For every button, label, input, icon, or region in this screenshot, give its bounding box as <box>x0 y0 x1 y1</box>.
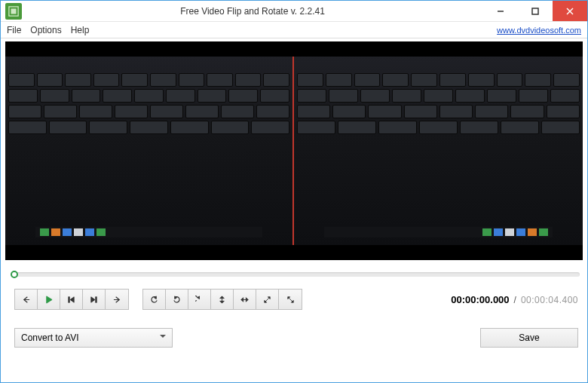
window-controls <box>483 1 587 21</box>
rotate-180-icon <box>173 296 181 304</box>
flip-horizontal-button[interactable] <box>234 290 256 309</box>
svg-marker-8 <box>70 296 74 302</box>
flip-diag2-button[interactable] <box>279 290 302 309</box>
play-icon <box>44 296 53 304</box>
svg-marker-9 <box>91 296 95 302</box>
arrow-right-icon <box>113 296 121 304</box>
time-separator: / <box>514 295 516 305</box>
format-selected: Convert to AVI <box>21 332 78 343</box>
next-button[interactable] <box>106 290 128 309</box>
rotate-cw-button[interactable] <box>188 290 211 309</box>
flip-diag1-button[interactable] <box>256 290 279 309</box>
minimize-button[interactable] <box>483 1 518 21</box>
time-display: 00:00:00.000 / 00:00:04.400 <box>451 294 578 305</box>
menu-help[interactable]: Help <box>71 25 90 35</box>
video-pane-result <box>294 57 583 245</box>
maximize-button[interactable] <box>518 1 553 21</box>
flip-diagonal-1-icon <box>263 296 271 304</box>
svg-marker-13 <box>198 296 200 299</box>
rotate-ccw-icon <box>150 296 158 304</box>
bottom-row: Convert to AVI Save <box>1 314 587 355</box>
menu-options[interactable]: Options <box>30 25 61 35</box>
flip-diagonal-2-icon <box>286 296 295 304</box>
video-pane-original <box>5 57 294 245</box>
seek-bar-row <box>1 260 587 281</box>
prev-button[interactable] <box>15 290 38 309</box>
play-button[interactable] <box>38 290 60 309</box>
rotate-180-button[interactable] <box>166 290 188 309</box>
seek-bar[interactable] <box>14 272 580 277</box>
time-current: 00:00:00.000 <box>451 294 509 305</box>
rotate-ccw-button[interactable] <box>143 290 166 309</box>
playback-group <box>14 289 129 310</box>
flip-vertical-icon <box>218 296 226 304</box>
svg-marker-15 <box>220 296 225 298</box>
controls-row: 00:00:00.000 / 00:00:04.400 <box>1 281 587 314</box>
svg-rect-1 <box>11 8 17 14</box>
flip-horizontal-icon <box>240 296 249 304</box>
transform-group <box>142 289 302 310</box>
seek-thumb[interactable] <box>11 271 18 278</box>
flip-vertical-button[interactable] <box>211 290 234 309</box>
menu-file[interactable]: File <box>7 25 21 35</box>
close-button[interactable] <box>553 1 587 21</box>
time-total: 00:00:04.400 <box>521 295 578 305</box>
save-button[interactable]: Save <box>480 328 578 348</box>
svg-marker-18 <box>241 297 243 302</box>
svg-marker-19 <box>246 297 248 302</box>
window-title: Free Video Flip and Rotate v. 2.2.41 <box>22 6 483 17</box>
video-preview <box>5 41 583 260</box>
format-dropdown[interactable]: Convert to AVI <box>14 328 173 348</box>
website-link[interactable]: www.dvdvideosoft.com <box>497 26 581 35</box>
step-back-icon <box>67 296 75 304</box>
svg-rect-3 <box>532 8 538 14</box>
arrow-left-icon <box>22 296 30 304</box>
svg-rect-10 <box>96 296 96 302</box>
svg-marker-6 <box>47 296 52 302</box>
step-back-button[interactable] <box>60 290 83 309</box>
app-icon <box>5 3 22 20</box>
title-bar: Free Video Flip and Rotate v. 2.2.41 <box>1 1 587 22</box>
svg-rect-7 <box>69 296 69 302</box>
step-forward-button[interactable] <box>83 290 106 309</box>
step-forward-icon <box>90 296 98 304</box>
svg-marker-16 <box>220 301 225 303</box>
rotate-cw-icon <box>195 296 204 304</box>
menu-bar: File Options Help www.dvdvideosoft.com <box>1 22 587 38</box>
